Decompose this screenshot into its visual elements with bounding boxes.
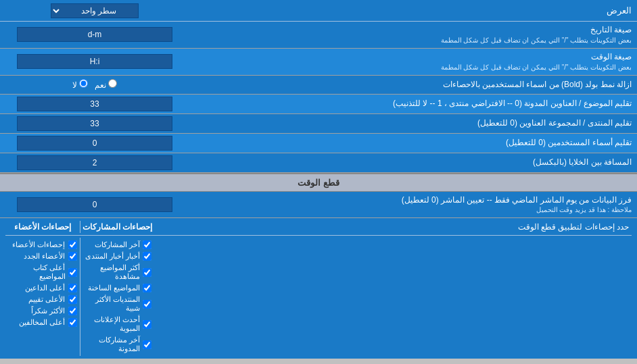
checkbox-col1-1[interactable]	[143, 252, 151, 261]
stats-col1: آخر المشاركات أخبار أخبار المنتدى أكثر ا…	[80, 238, 155, 356]
top-row: العرض سطر واحد سطرين ثلاثة أسطر	[0, 0, 637, 22]
date-format-label: صيغة التاريخ بعض التكوينات يتطلب "/" الت…	[189, 22, 637, 48]
cell-spacing-row: المسافة بين الخلايا (بالبكسل)	[0, 153, 637, 173]
top-select-cell: سطر واحد سطرين ثلاثة أسطر	[0, 1, 189, 20]
checkbox-col2-6[interactable]	[68, 318, 77, 327]
list-item: آخر مشاركات المدونة	[83, 334, 152, 355]
stats-header-row: حدد إحصاءات لتطبيق قطع الوقت إحصاءات الم…	[5, 221, 632, 236]
list-item: أعلى الداعين	[8, 282, 77, 294]
stats-limit-label: حدد إحصاءات لتطبيق قطع الوقت	[154, 221, 632, 233]
title-format-input-cell	[0, 95, 189, 113]
cutoff-filter-input-cell	[0, 195, 189, 214]
title-format-label: تقليم الموضوع / العناوين المدونة (0 -- ا…	[189, 95, 637, 112]
checkbox-col1-2[interactable]	[143, 268, 151, 277]
stats-col2: إحصاءات الأعضاء الأعضاء الجدد أعلى كتاب …	[5, 238, 80, 356]
forum-trim-input-cell	[0, 114, 189, 133]
checkbox-col2-4[interactable]	[68, 295, 77, 304]
stats-section: حدد إحصاءات لتطبيق قطع الوقت إحصاءات الم…	[0, 218, 637, 359]
page-title: العرض	[189, 3, 637, 18]
bold-remove-row: ازالة نمط بولد (Bold) من اسماء المستخدمي…	[0, 76, 637, 95]
checkbox-col1-3[interactable]	[143, 284, 151, 292]
time-format-label: صيغة الوقت بعض التكوينات يتطلب "/" التي …	[189, 49, 637, 75]
list-item: أكثر المواضيع مشاهدة	[83, 262, 152, 282]
list-item: الأعلى تقييم	[8, 294, 77, 305]
bold-radio-cell: نعم لا	[0, 77, 189, 92]
list-item: المنتديات الأكثر شبية	[83, 294, 152, 314]
title-format-row: تقليم الموضوع / العناوين المدونة (0 -- ا…	[0, 95, 637, 114]
list-item: آخر المشاركات	[83, 239, 152, 251]
date-format-input-cell	[0, 25, 189, 44]
display-mode-select[interactable]: سطر واحد سطرين ثلاثة أسطر	[51, 3, 139, 18]
list-item: إحصاءات الأعضاء	[8, 239, 77, 251]
main-container: العرض سطر واحد سطرين ثلاثة أسطر صيغة الت…	[0, 0, 637, 359]
username-trim-label: تقليم أسماء المستخدمين (0 للتعطيل)	[189, 134, 637, 151]
cutoff-filter-input[interactable]	[17, 197, 172, 212]
list-item: أعلى المخالفين	[8, 317, 77, 328]
stats-checkboxes-cols: آخر المشاركات أخبار أخبار المنتدى أكثر ا…	[5, 238, 154, 356]
stats-spacer	[154, 238, 632, 356]
bold-no-label[interactable]: لا	[72, 79, 88, 90]
username-trim-input[interactable]	[17, 136, 172, 151]
username-trim-row: تقليم أسماء المستخدمين (0 للتعطيل)	[0, 134, 637, 153]
time-format-input-cell	[0, 52, 189, 71]
checkbox-col2-3[interactable]	[68, 284, 77, 292]
list-item: أحدث الإعلانات المبوية	[83, 314, 152, 334]
list-item: أخبار أخبار المنتدى	[83, 251, 152, 262]
cutoff-filter-label: فرز البيانات من يوم الماشر الماضي فقط --…	[189, 192, 637, 218]
checkbox-col2-1[interactable]	[68, 252, 77, 261]
cutoff-filter-row: فرز البيانات من يوم الماشر الماضي فقط --…	[0, 192, 637, 219]
bold-radio-group: نعم لا	[72, 79, 118, 90]
checkbox-col1-0[interactable]	[143, 240, 151, 249]
list-item: الأعضاء الجدد	[8, 251, 77, 262]
stats-checkboxes-body: آخر المشاركات أخبار أخبار المنتدى أكثر ا…	[5, 238, 632, 356]
checkbox-col2-0[interactable]	[68, 240, 77, 249]
checkbox-col1-6[interactable]	[143, 340, 151, 349]
date-format-row: صيغة التاريخ بعض التكوينات يتطلب "/" الت…	[0, 22, 637, 49]
stats-col-headers: إحصاءات المشاركات إحصاءات الأعضاء	[5, 221, 154, 233]
checkbox-col2-2[interactable]	[68, 268, 77, 277]
list-item: المواضيع الساخنة	[83, 282, 152, 294]
time-format-input[interactable]	[17, 54, 172, 69]
bold-yes-radio[interactable]	[108, 79, 117, 88]
cell-spacing-input[interactable]	[17, 155, 172, 170]
cell-spacing-input-cell	[0, 153, 189, 172]
list-item: الأكثر شكراً	[8, 305, 77, 317]
date-format-input[interactable]	[17, 27, 172, 42]
title-format-input[interactable]	[17, 97, 172, 111]
bold-yes-label[interactable]: نعم	[95, 79, 117, 90]
bold-no-radio[interactable]	[79, 79, 88, 88]
forum-trim-input[interactable]	[17, 116, 172, 131]
checkbox-col2-5[interactable]	[68, 307, 77, 315]
checkbox-col1-5[interactable]	[143, 320, 151, 329]
checkbox-col1-4[interactable]	[143, 300, 151, 309]
forum-trim-label: تقليم المنتدى / المجموعة العناوين (0 للت…	[189, 115, 637, 132]
cell-spacing-label: المسافة بين الخلايا (بالبكسل)	[189, 154, 637, 171]
cutoff-section-header: قطع الوقت	[0, 173, 637, 192]
stats-col1-header: إحصاءات المشاركات	[80, 221, 155, 233]
username-trim-input-cell	[0, 134, 189, 153]
time-format-row: صيغة الوقت بعض التكوينات يتطلب "/" التي …	[0, 49, 637, 76]
bold-remove-label: ازالة نمط بولد (Bold) من اسماء المستخدمي…	[189, 76, 637, 93]
forum-trim-row: تقليم المنتدى / المجموعة العناوين (0 للت…	[0, 114, 637, 134]
list-item: أعلى كتاب المواضيع	[8, 262, 77, 282]
stats-col2-header: إحصاءات الأعضاء	[5, 221, 80, 233]
